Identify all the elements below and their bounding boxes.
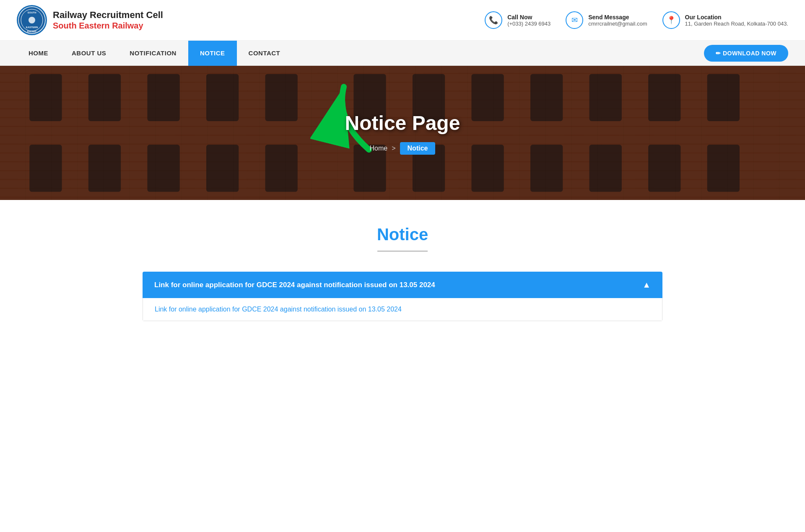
svg-text:SOUTH: SOUTH [28, 11, 36, 14]
accordion-header-gdce2024[interactable]: Link for online application for GDCE 202… [143, 272, 662, 298]
location-value: 11, Garden Reach Road, Kolkata-700 043. [685, 21, 788, 27]
accordion-arrow-icon: ▲ [642, 280, 651, 290]
nav-item-notice[interactable]: NOTICE [188, 41, 237, 66]
accordion-body-gdce2024: Link for online application for GDCE 202… [143, 298, 662, 321]
breadcrumb-separator: > [392, 145, 395, 152]
location-icon: 📍 [662, 11, 680, 29]
email-value: cmrrcrailnet@gmail.com [588, 21, 647, 27]
svg-point-2 [29, 17, 35, 23]
phone-info: Call Now (+033) 2439 6943 [507, 14, 551, 27]
nav-item-home[interactable]: HOME [17, 41, 60, 66]
section-title: Notice [143, 225, 662, 244]
phone-icon: 📞 [485, 11, 502, 29]
location-info: Our Location 11, Garden Reach Road, Kolk… [685, 14, 788, 27]
location-label: Our Location [685, 14, 788, 21]
notice-section: Notice Link for online application for G… [109, 200, 696, 343]
download-button[interactable]: ✏ DOWNLOAD NOW [704, 45, 788, 62]
nav-link-notification[interactable]: NOTIFICATION [118, 41, 188, 66]
email-icon: ✉ [566, 11, 583, 29]
nav-link-contact[interactable]: CONTACT [237, 41, 292, 66]
section-divider [377, 251, 428, 252]
accordion-header-text: Link for online application for GDCE 202… [154, 281, 435, 289]
breadcrumb-home: Home [370, 145, 388, 152]
site-header: SOUTH EASTERN RAILWAY Railway Recruitmen… [0, 0, 805, 41]
phone-label: Call Now [507, 14, 551, 21]
logo-emblem: SOUTH EASTERN RAILWAY [17, 5, 47, 35]
email-info: Send Message cmrrcrailnet@gmail.com [588, 14, 647, 27]
breadcrumb-current: Notice [400, 142, 436, 155]
nav-download-area: ✏ DOWNLOAD NOW [704, 45, 788, 62]
logo-text: Railway Recruitment Cell South Eastern R… [53, 10, 163, 31]
hero-banner: Notice Page Home > Notice [0, 66, 805, 200]
logo-link[interactable]: SOUTH EASTERN RAILWAY Railway Recruitmen… [17, 5, 163, 35]
nav-link-notice[interactable]: NOTICE [188, 41, 237, 66]
header-contacts: 📞 Call Now (+033) 2439 6943 ✉ Send Messa… [485, 11, 788, 29]
hero-title: Notice Page [345, 112, 460, 135]
contact-email: ✉ Send Message cmrrcrailnet@gmail.com [566, 11, 647, 29]
main-nav: HOME ABOUT US NOTIFICATION NOTICE CONTAC… [0, 41, 805, 66]
accordion-body-link[interactable]: Link for online application for GDCE 202… [155, 306, 402, 313]
phone-value: (+033) 2439 6943 [507, 21, 551, 27]
hero-breadcrumb: Home > Notice [370, 142, 436, 155]
logo-subtitle: South Eastern Railway [53, 21, 163, 31]
contact-phone: 📞 Call Now (+033) 2439 6943 [485, 11, 551, 29]
nav-item-contact[interactable]: CONTACT [237, 41, 292, 66]
contact-location: 📍 Our Location 11, Garden Reach Road, Ko… [662, 11, 788, 29]
nav-link-home[interactable]: HOME [17, 41, 60, 66]
nav-item-notification[interactable]: NOTIFICATION [118, 41, 188, 66]
accordion-item-gdce2024: Link for online application for GDCE 202… [143, 272, 662, 321]
logo-title: Railway Recruitment Cell [53, 10, 163, 21]
svg-text:EASTERN: EASTERN [26, 26, 38, 29]
hero-content: Notice Page Home > Notice [0, 66, 805, 200]
svg-text:RAILWAY: RAILWAY [27, 30, 37, 33]
nav-links: HOME ABOUT US NOTIFICATION NOTICE CONTAC… [17, 41, 292, 65]
nav-link-about[interactable]: ABOUT US [60, 41, 118, 66]
email-label: Send Message [588, 14, 647, 21]
nav-item-about[interactable]: ABOUT US [60, 41, 118, 66]
